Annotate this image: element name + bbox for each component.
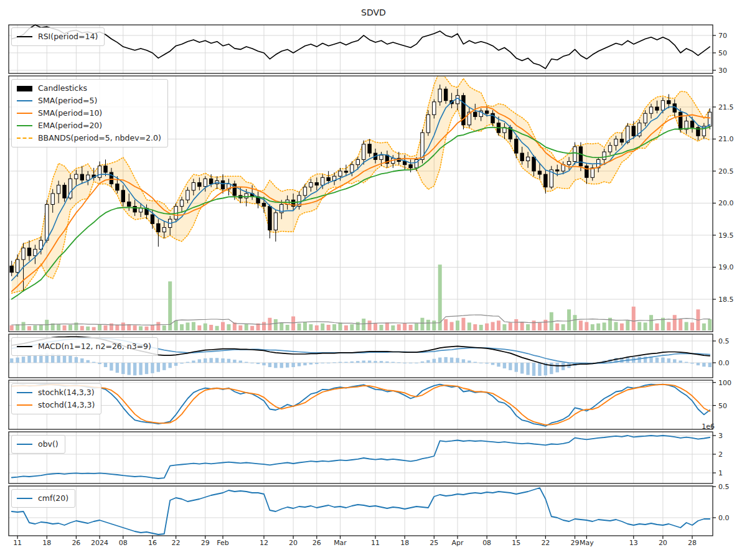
svg-text:50: 50 [718, 49, 727, 57]
candlesticks-swatch [17, 86, 32, 91]
bbands-dash-swatch [17, 138, 32, 139]
svg-text:29: 29 [201, 539, 210, 547]
legend-label: stochk(14,3,3) [38, 386, 95, 399]
legend-label: BBANDS(period=5, nbdev=2.0) [38, 132, 161, 144]
legend-item-bbands: BBANDS(period=5, nbdev=2.0) [17, 132, 161, 144]
svg-text:12: 12 [260, 539, 268, 547]
main-legend: Candlesticks SMA(period=5) SMA(period=10… [11, 79, 168, 147]
svg-text:30: 30 [718, 67, 727, 75]
legend-item-ema20: EMA(period=20) [17, 119, 161, 132]
svg-text:Feb: Feb [217, 539, 228, 547]
svg-text:28: 28 [688, 539, 697, 547]
obv-axis-offset-label: 1e6 [690, 422, 715, 431]
macd-line-swatch [17, 346, 32, 347]
svg-text:70: 70 [718, 32, 727, 40]
obv-line-swatch [17, 444, 32, 445]
svg-text:22: 22 [541, 539, 550, 547]
rsi-line-swatch [17, 36, 32, 37]
macd-legend: MACD(n1=12, n2=26, n3=9) [11, 337, 158, 356]
svg-text:26: 26 [312, 539, 321, 547]
sma10-line-swatch [17, 113, 32, 114]
svg-text:11: 11 [13, 539, 22, 547]
ema20-line-swatch [17, 125, 32, 126]
legend-label: RSI(period=14) [38, 30, 98, 43]
svg-text:18: 18 [42, 539, 51, 547]
svg-text:11: 11 [371, 539, 380, 547]
svg-text:25: 25 [430, 539, 438, 547]
svg-text:26: 26 [72, 539, 80, 547]
svg-text:08: 08 [119, 539, 128, 547]
svg-text:100: 100 [718, 379, 731, 387]
svg-text:0.0: 0.0 [718, 514, 730, 522]
svg-text:20: 20 [289, 539, 298, 547]
svg-text:21.5: 21.5 [718, 103, 734, 111]
svg-text:18.5: 18.5 [718, 296, 734, 304]
svg-text:13: 13 [629, 539, 638, 547]
svg-text:20: 20 [659, 539, 667, 547]
legend-item-sma10: SMA(period=10) [17, 107, 161, 119]
sma5-line-swatch [17, 100, 32, 101]
svg-text:08: 08 [482, 539, 491, 547]
legend-label: SMA(period=10) [38, 107, 102, 119]
legend-label: cmf(20) [38, 492, 68, 505]
svg-text:22: 22 [172, 539, 181, 547]
svg-text:0.0: 0.0 [718, 359, 730, 367]
stochd-line-swatch [17, 404, 32, 406]
svg-text:20.5: 20.5 [718, 167, 734, 175]
legend-label: obv() [38, 438, 59, 450]
svg-text:2024: 2024 [91, 539, 108, 547]
legend-label: Candlesticks [38, 82, 87, 95]
svg-text:Mar: Mar [334, 539, 347, 547]
svg-text:3: 3 [718, 432, 723, 440]
svg-text:May: May [580, 539, 594, 547]
legend-item-stochd: stochd(14,3,3) [17, 399, 95, 411]
svg-text:19.0: 19.0 [718, 263, 734, 271]
svg-text:50: 50 [718, 402, 727, 410]
rsi-legend: RSI(period=14) [11, 27, 105, 46]
svg-text:29: 29 [571, 539, 580, 547]
svg-text:0.5: 0.5 [718, 337, 730, 345]
svg-text:19.5: 19.5 [718, 231, 734, 240]
svg-text:16: 16 [148, 539, 157, 547]
legend-item-rsi: RSI(period=14) [17, 30, 98, 43]
legend-label: EMA(period=20) [38, 119, 102, 132]
svg-text:Apr: Apr [451, 539, 464, 547]
legend-label: MACD(n1=12, n2=26, n3=9) [38, 340, 151, 353]
svg-text:21.0: 21.0 [718, 135, 734, 143]
svg-text:18: 18 [400, 539, 409, 547]
cmf-legend: cmf(20) [11, 489, 75, 508]
svg-text:1: 1 [718, 469, 723, 477]
svg-text:15: 15 [512, 539, 520, 547]
obv-legend: obv() [11, 435, 65, 454]
svg-text:2: 2 [718, 450, 723, 459]
legend-label: stochd(14,3,3) [38, 399, 95, 411]
legend-item-stochk: stochk(14,3,3) [17, 386, 95, 399]
legend-item-candlesticks: Candlesticks [17, 82, 161, 95]
legend-item-macd: MACD(n1=12, n2=26, n3=9) [17, 340, 151, 353]
svg-text:20.0: 20.0 [718, 199, 734, 207]
svg-text:0.5: 0.5 [718, 483, 730, 491]
stochk-line-swatch [17, 392, 32, 393]
legend-item-obv: obv() [17, 438, 59, 450]
legend-item-cmf: cmf(20) [17, 492, 68, 505]
cmf-line-swatch [17, 498, 32, 499]
technical-analysis-figure: SDVD 70503021.521.020.520.019.519.018.50… [0, 0, 747, 560]
legend-item-sma5: SMA(period=5) [17, 95, 161, 107]
stoch-legend: stochk(14,3,3) stochd(14,3,3) [11, 383, 101, 414]
legend-label: SMA(period=5) [38, 95, 97, 107]
